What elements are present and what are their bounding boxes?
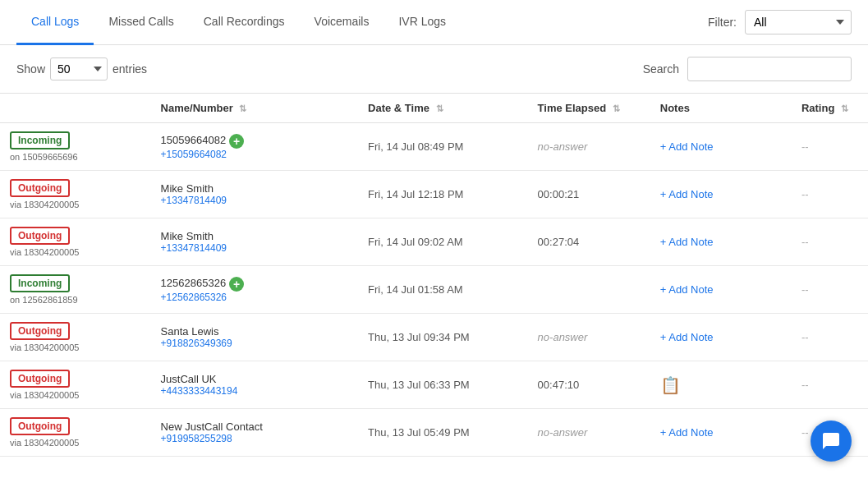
contact-number: Mike Smith: [161, 230, 348, 242]
call-sub: on 12562861859: [10, 295, 141, 305]
name-sort-icon[interactable]: ⇅: [239, 103, 246, 114]
name-number-cell: Santa Lewis+918826349369: [151, 314, 358, 361]
contact-link[interactable]: +13347814409: [161, 242, 348, 254]
calls-table: Name/Number ⇅ Date & Time ⇅ Time Elapsed…: [0, 93, 868, 457]
datetime-cell: Thu, 13 Jul 05:49 PM: [358, 409, 528, 457]
contact-link[interactable]: +15059664082: [161, 149, 348, 160]
notes-cell: + Add Note: [650, 266, 792, 314]
chat-icon: [821, 431, 841, 451]
rating-sort-icon[interactable]: ⇅: [841, 103, 848, 114]
call-sub: via 18304200005: [10, 342, 141, 352]
badge-outgoing: Outgoing: [10, 322, 70, 340]
filter-section: Filter: All Incoming Outgoing: [708, 10, 852, 34]
call-sub: on 15059665696: [10, 152, 141, 162]
badge-outgoing: Outgoing: [10, 370, 70, 388]
elapsed-cell: no-answer: [528, 123, 650, 171]
datetime-cell: Fri, 14 Jul 12:18 PM: [358, 171, 528, 218]
table-row: Incomingon 1256286185912562865326++12562…: [0, 266, 868, 314]
add-note-link[interactable]: + Add Note: [660, 331, 714, 343]
notes-cell: + Add Note: [650, 171, 792, 218]
tab-voicemails[interactable]: Voicemails: [300, 0, 384, 45]
datetime-sort-icon[interactable]: ⇅: [436, 103, 443, 114]
elapsed-cell: 00:27:04: [528, 218, 650, 266]
datetime-cell: Thu, 13 Jul 09:34 PM: [358, 314, 528, 361]
call-type-cell: Outgoingvia 18304200005: [0, 171, 151, 218]
name-number-cell: 12562865326++12562865326: [151, 266, 358, 314]
call-sub: via 18304200005: [10, 247, 141, 257]
add-note-link[interactable]: + Add Note: [660, 283, 714, 296]
contact-link[interactable]: +12562865326: [161, 292, 348, 303]
contact-number: Mike Smith: [161, 182, 348, 195]
contact-number: 15059664082+: [161, 134, 348, 149]
tab-missed-calls[interactable]: Missed Calls: [94, 0, 188, 45]
datetime-cell: Fri, 14 Jul 08:49 PM: [358, 123, 528, 171]
rating-cell: --: [792, 218, 868, 266]
contact-link[interactable]: +13347814409: [161, 195, 348, 206]
search-box: Search: [643, 57, 852, 81]
badge-outgoing: Outgoing: [10, 417, 70, 435]
table-row: Incomingon 1505966569615059664082++15059…: [0, 123, 868, 171]
top-nav: Call Logs Missed Calls Call Recordings V…: [0, 0, 868, 45]
elapsed-cell: 00:00:21: [528, 171, 650, 218]
tab-call-recordings[interactable]: Call Recordings: [189, 0, 300, 45]
contact-link[interactable]: +918826349369: [161, 338, 348, 349]
elapsed-cell: no-answer: [528, 314, 650, 361]
table-header-row: Name/Number ⇅ Date & Time ⇅ Time Elapsed…: [0, 94, 868, 123]
col-elapsed-header: Time Elapsed ⇅: [528, 94, 650, 123]
contact-name: Santa Lewis: [161, 325, 219, 338]
nav-tabs: Call Logs Missed Calls Call Recordings V…: [16, 0, 708, 45]
rating-cell: --: [792, 171, 868, 218]
col-rating-header: Rating ⇅: [792, 94, 868, 123]
call-type-cell: Outgoingvia 18304200005: [0, 218, 151, 266]
add-note-link[interactable]: + Add Note: [660, 236, 714, 248]
filter-select[interactable]: All Incoming Outgoing: [745, 10, 852, 34]
name-number-cell: JustCall UK+4433333443194: [151, 361, 358, 409]
contact-name: Mike Smith: [161, 182, 214, 195]
entries-select[interactable]: 10 25 50 100: [50, 57, 108, 80]
contact-number: JustCall UK: [161, 373, 348, 385]
rating-cell: --: [792, 314, 868, 361]
table-row: Outgoingvia 18304200005Mike Smith+133478…: [0, 171, 868, 218]
elapsed-cell: [528, 266, 650, 314]
contact-number: 12562865326+: [161, 277, 348, 292]
show-entries: Show 10 25 50 100 entries: [16, 57, 147, 80]
chat-support-button[interactable]: [811, 421, 852, 457]
name-number-cell: Mike Smith+13347814409: [151, 218, 358, 266]
add-note-link[interactable]: + Add Note: [660, 140, 714, 153]
col-name-header: Name/Number ⇅: [151, 94, 358, 123]
contact-name: JustCall UK: [161, 373, 217, 385]
notes-cell: + Add Note: [650, 218, 792, 266]
tab-ivr-logs[interactable]: IVR Logs: [383, 0, 461, 45]
add-note-link[interactable]: + Add Note: [660, 426, 714, 439]
call-type-cell: Incomingon 15059665696: [0, 123, 151, 171]
show-label: Show: [16, 62, 45, 76]
notes-cell: + Add Note: [650, 314, 792, 361]
badge-incoming: Incoming: [10, 131, 70, 149]
search-label: Search: [643, 62, 679, 76]
entries-label: entries: [113, 62, 147, 76]
search-input[interactable]: [687, 57, 852, 81]
notes-cell: + Add Note: [650, 409, 792, 457]
col-type-header: [0, 94, 151, 123]
contact-number: New JustCall Contact: [161, 421, 348, 433]
badge-outgoing: Outgoing: [10, 179, 70, 197]
datetime-cell: Fri, 14 Jul 01:58 AM: [358, 266, 528, 314]
contact-link[interactable]: +919958255298: [161, 433, 348, 444]
elapsed-sort-icon[interactable]: ⇅: [613, 103, 620, 114]
table-row: Outgoingvia 18304200005JustCall UK+44333…: [0, 361, 868, 409]
add-contact-icon[interactable]: +: [229, 277, 244, 292]
add-contact-icon[interactable]: +: [229, 134, 244, 149]
table-row: Outgoingvia 18304200005Mike Smith+133478…: [0, 218, 868, 266]
add-note-link[interactable]: + Add Note: [660, 188, 714, 200]
call-sub: via 18304200005: [10, 390, 141, 400]
name-number-cell: 15059664082++15059664082: [151, 123, 358, 171]
badge-incoming: Incoming: [10, 274, 70, 292]
call-sub: via 18304200005: [10, 438, 141, 448]
notes-cell: + Add Note: [650, 123, 792, 171]
tab-call-logs[interactable]: Call Logs: [16, 0, 94, 45]
rating-cell: --: [792, 266, 868, 314]
datetime-cell: Fri, 14 Jul 09:02 AM: [358, 218, 528, 266]
rating-cell: --: [792, 123, 868, 171]
table-row: Outgoingvia 18304200005New JustCall Cont…: [0, 409, 868, 457]
contact-link[interactable]: +4433333443194: [161, 385, 348, 397]
